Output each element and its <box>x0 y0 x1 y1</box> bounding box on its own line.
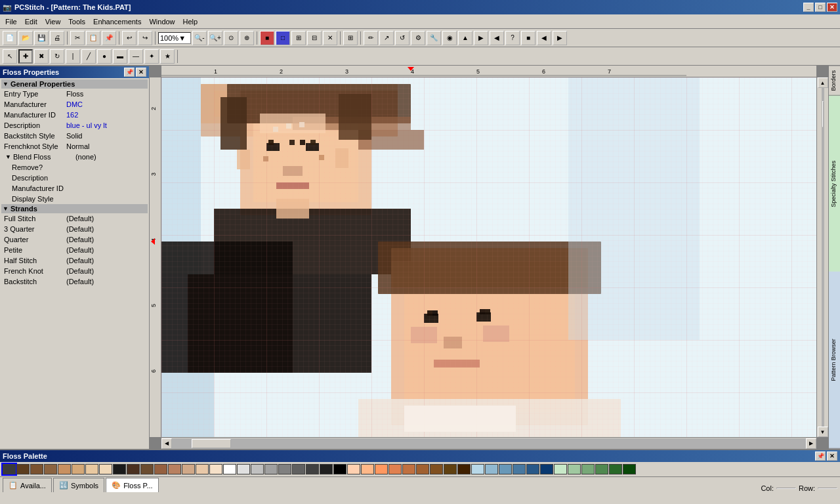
palette-swatch-8[interactable] <box>113 464 126 474</box>
palette-close[interactable]: ✕ <box>827 452 837 461</box>
palette-swatch-21[interactable] <box>292 464 305 474</box>
menu-view[interactable]: View <box>41 16 65 27</box>
specialty-stitches-tab[interactable]: Specialty Stitches <box>829 95 841 272</box>
tool2[interactable]: ↗ <box>379 31 394 45</box>
zoom-reset-button[interactable]: ⊙ <box>224 31 238 45</box>
paste-button[interactable]: 📌 <box>102 31 116 45</box>
palette-swatch-7[interactable] <box>99 464 112 474</box>
scroll-up-button[interactable]: ▲ <box>818 77 828 88</box>
zoom-out-button[interactable]: 🔍- <box>192 31 207 45</box>
menu-window[interactable]: Window <box>145 16 178 27</box>
draw-tool-star[interactable]: ★ <box>160 49 175 64</box>
tool3[interactable]: ↺ <box>395 31 410 45</box>
draw-tool-spin[interactable]: ↻ <box>50 49 64 64</box>
select-all-button[interactable]: ⊞ <box>291 31 306 45</box>
palette-swatch-6[interactable] <box>85 464 98 474</box>
zoom-custom-button[interactable]: ⊕ <box>240 31 254 45</box>
scroll-thumb-v[interactable] <box>822 101 824 127</box>
menu-enhancements[interactable]: Enhancements <box>89 16 145 27</box>
tool8[interactable]: ▶ <box>474 31 488 45</box>
palette-swatch-5[interactable] <box>72 464 85 474</box>
palette-swatch-32[interactable] <box>444 464 457 474</box>
palette-swatch-25[interactable] <box>347 464 360 474</box>
select-button[interactable]: □ <box>276 31 290 45</box>
print-button[interactable]: 🖨 <box>50 31 64 45</box>
palette-swatch-26[interactable] <box>361 464 374 474</box>
palette-swatch-18[interactable] <box>251 464 264 474</box>
palette-swatch-41[interactable] <box>568 464 581 474</box>
palette-swatch-40[interactable] <box>554 464 567 474</box>
draw-tool-arrow[interactable]: ↖ <box>3 49 17 64</box>
scroll-right-button[interactable]: ▶ <box>806 438 816 449</box>
palette-swatch-34[interactable] <box>471 464 484 474</box>
palette-swatch-31[interactable] <box>430 464 443 474</box>
tab-symbols[interactable]: 🔣 Symbols <box>53 478 104 492</box>
palette-swatch-17[interactable] <box>237 464 250 474</box>
pattern-browser-tab[interactable]: Pattern Browser <box>829 272 841 449</box>
menu-file[interactable]: File <box>1 16 21 27</box>
undo-button[interactable]: ↩ <box>122 31 136 45</box>
palette-swatch-33[interactable] <box>457 464 471 474</box>
draw-tool-plus[interactable]: ✦ <box>144 49 159 64</box>
vertical-scrollbar[interactable]: ▲ ▼ <box>816 77 828 437</box>
draw-tool-rect[interactable]: ▬ <box>113 49 127 64</box>
draw-tool-cross[interactable]: ✚ <box>18 49 33 64</box>
tool7[interactable]: ▲ <box>458 31 472 45</box>
palette-swatch-35[interactable] <box>485 464 498 474</box>
palette-swatch-19[interactable] <box>264 464 278 474</box>
palette-swatch-39[interactable] <box>540 464 553 474</box>
palette-pin[interactable]: 📌 <box>815 452 826 461</box>
palette-swatch-14[interactable] <box>196 464 209 474</box>
tool4[interactable]: ⚙ <box>411 31 425 45</box>
close-button[interactable]: ✕ <box>827 3 837 12</box>
select-rect-button[interactable]: ⊟ <box>307 31 322 45</box>
palette-swatch-9[interactable] <box>127 464 140 474</box>
palette-swatch-4[interactable] <box>58 464 71 474</box>
tab-floss-palette[interactable]: 🎨 Floss P... <box>106 478 158 492</box>
palette-swatch-27[interactable] <box>375 464 388 474</box>
zoom-input[interactable]: 100%▼ <box>158 32 191 44</box>
canvas-inner[interactable] <box>161 77 816 437</box>
scroll-track-v[interactable] <box>822 88 824 427</box>
palette-swatch-37[interactable] <box>513 464 526 474</box>
tool11[interactable]: ■ <box>521 31 536 45</box>
tab-available[interactable]: 📋 Availa... <box>3 478 52 492</box>
tool12[interactable]: ◀ <box>537 31 551 45</box>
tool10[interactable]: ? <box>505 31 520 45</box>
palette-swatch-38[interactable] <box>526 464 539 474</box>
grid-button[interactable]: ⊞ <box>343 31 358 45</box>
tool13[interactable]: ▶ <box>553 31 567 45</box>
palette-swatch-43[interactable] <box>595 464 608 474</box>
draw-tool-minus[interactable]: — <box>129 49 143 64</box>
borders-tab[interactable]: Borders <box>829 66 841 95</box>
palette-swatch-3[interactable] <box>44 464 57 474</box>
palette-swatch-10[interactable] <box>140 464 154 474</box>
scroll-thumb-h[interactable] <box>192 439 231 448</box>
section-strands[interactable]: ▼ Strands <box>1 204 148 213</box>
horizontal-scrollbar[interactable]: ◀ ▶ <box>161 437 816 449</box>
redo-button[interactable]: ↪ <box>138 31 152 45</box>
canvas-container[interactable]: 1 2 3 4 5 6 7 2 3 4 5 6 <box>150 66 828 449</box>
floss-panel-close[interactable]: ✕ <box>136 68 146 77</box>
palette-swatch-24[interactable] <box>333 464 346 474</box>
palette-swatch-36[interactable] <box>499 464 512 474</box>
palette-swatch-15[interactable] <box>209 464 222 474</box>
minimize-button[interactable]: _ <box>803 3 814 12</box>
palette-swatch-0[interactable] <box>3 464 16 474</box>
palette-swatch-12[interactable] <box>168 464 181 474</box>
scroll-left-button[interactable]: ◀ <box>161 438 172 449</box>
palette-swatch-16[interactable] <box>223 464 236 474</box>
palette-swatch-22[interactable] <box>306 464 319 474</box>
scroll-track-h[interactable] <box>172 438 806 449</box>
scroll-down-button[interactable]: ▼ <box>818 427 828 437</box>
palette-swatch-2[interactable] <box>30 464 43 474</box>
save-button[interactable]: 💾 <box>34 31 49 45</box>
tool5[interactable]: 🔧 <box>427 31 441 45</box>
floss-panel-pin[interactable]: 📌 <box>124 68 135 77</box>
draw-tool-needle[interactable]: | <box>66 49 80 64</box>
draw-tool-x[interactable]: ✖ <box>34 49 49 64</box>
palette-swatch-13[interactable] <box>182 464 195 474</box>
menu-edit[interactable]: Edit <box>21 16 41 27</box>
palette-swatch-28[interactable] <box>388 464 402 474</box>
section-general[interactable]: ▼ General Properties <box>1 79 148 89</box>
